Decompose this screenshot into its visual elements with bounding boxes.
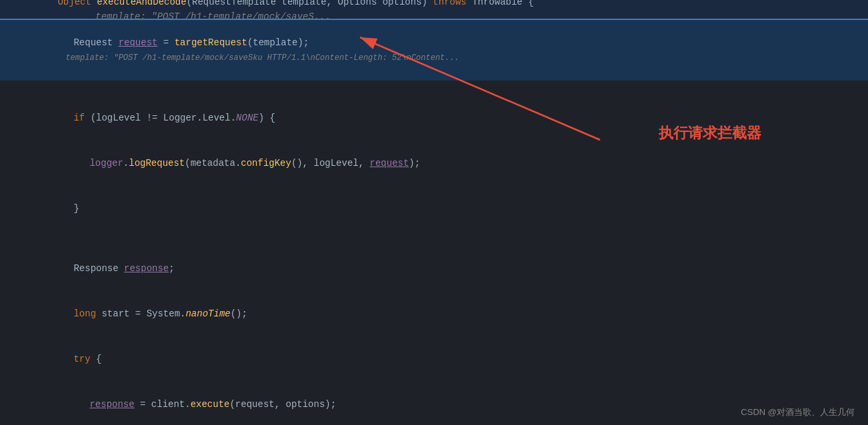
gutter-5 bbox=[0, 141, 13, 143]
eq-11: = client. bbox=[135, 399, 191, 410]
type-options: Options bbox=[338, 0, 383, 7]
brace-try: { bbox=[96, 354, 101, 364]
param-options: options) bbox=[383, 0, 433, 7]
gutter-6 bbox=[0, 187, 13, 188]
brace-open: { bbox=[528, 0, 533, 7]
gutter-blank-1 bbox=[0, 81, 13, 83]
dot: . bbox=[123, 158, 129, 169]
args-11: (request, options); bbox=[229, 399, 336, 410]
fn-configkey: configKey bbox=[241, 158, 291, 169]
paren: ( bbox=[187, 0, 192, 7]
kw-try: try bbox=[73, 354, 96, 364]
var-response: response bbox=[124, 263, 169, 274]
var-request: request bbox=[119, 37, 158, 48]
fn-execute: execute bbox=[191, 399, 230, 410]
semi: ); bbox=[409, 158, 420, 169]
code-line-10: try { bbox=[0, 336, 868, 382]
line-content-10: try { bbox=[13, 337, 868, 381]
line-content-5: logger.logRequest(metadata.configKey(), … bbox=[13, 141, 868, 185]
kw-long: long bbox=[73, 308, 101, 319]
fn-execute: executeAndDecode bbox=[97, 0, 186, 7]
gutter-8 bbox=[0, 246, 13, 248]
line-content-9: long start = System.nanoTime(); bbox=[13, 292, 868, 336]
args2: (), bbox=[291, 158, 314, 169]
kw-if: if bbox=[73, 113, 90, 123]
semi-9: (); bbox=[231, 308, 247, 319]
type-req-tpl: RequestTemplate bbox=[192, 0, 281, 7]
tooltip-line2: template: "POST /h1-template/mock/saveSk… bbox=[65, 53, 459, 63]
static-none: NONE bbox=[236, 113, 259, 123]
annotation-text: 执行请求拦截器 bbox=[659, 123, 761, 143]
gutter-blank-2 bbox=[0, 232, 13, 233]
loglevel-arg: logLevel, bbox=[314, 158, 370, 169]
code-line-11: response = client.execute(request, optio… bbox=[0, 382, 868, 425]
cond-open: (logLevel != Logger.Level. bbox=[91, 113, 236, 123]
code-line-blank-2 bbox=[0, 231, 868, 246]
gutter-11 bbox=[0, 382, 13, 384]
type-response: Response bbox=[73, 263, 124, 274]
code-line-blank-1 bbox=[0, 81, 868, 95]
var-request2: request bbox=[370, 158, 409, 169]
var-response-11: response bbox=[89, 399, 134, 410]
gutter-4 bbox=[0, 96, 13, 97]
line-content-11: response = client.execute(request, optio… bbox=[13, 382, 868, 425]
gutter-icon-1 bbox=[5, 9, 19, 10]
code-line-9: long start = System.nanoTime(); bbox=[0, 291, 868, 336]
line-content-2: Request request = targetRequest(template… bbox=[13, 21, 868, 80]
code-line-8: Response response; bbox=[0, 246, 868, 291]
var-logger: logger bbox=[89, 158, 123, 169]
code-line-1: Object executeAndDecode(RequestTemplate … bbox=[0, 0, 868, 19]
line-content-6: } bbox=[13, 187, 868, 230]
fn-nanotime: nanoTime bbox=[185, 308, 230, 319]
watermark: CSDN @对酒当歌、人生几何 bbox=[741, 406, 855, 418]
args-logreq: (metadata. bbox=[185, 158, 241, 169]
type-request: Request bbox=[73, 37, 118, 48]
gutter-icon-2 bbox=[0, 21, 13, 22]
code-line-6: } bbox=[0, 186, 868, 231]
eq: = bbox=[157, 37, 174, 48]
semi-8: ; bbox=[169, 263, 174, 274]
kw-throws: throws bbox=[433, 0, 472, 7]
code-editor: Object executeAndDecode(RequestTemplate … bbox=[0, 0, 868, 425]
gutter-10 bbox=[0, 337, 13, 338]
cond-close: ) { bbox=[259, 113, 275, 123]
code-line-2: Request request = targetRequest(template… bbox=[0, 19, 868, 81]
param-template: template, bbox=[281, 0, 337, 7]
line-content-8: Response response; bbox=[13, 246, 868, 290]
gutter-9 bbox=[0, 292, 13, 293]
call-args: (template); bbox=[247, 37, 309, 48]
fn-targetrequest: targetRequest bbox=[175, 37, 247, 48]
keyword-object: Object bbox=[57, 0, 97, 7]
type-throwable: Throwable bbox=[472, 0, 528, 7]
fn-logrequest: logRequest bbox=[129, 158, 185, 169]
var-start: start = System. bbox=[101, 308, 185, 319]
code-line-5: logger.logRequest(metadata.configKey(), … bbox=[0, 141, 868, 186]
brace-close-6: } bbox=[73, 203, 79, 214]
